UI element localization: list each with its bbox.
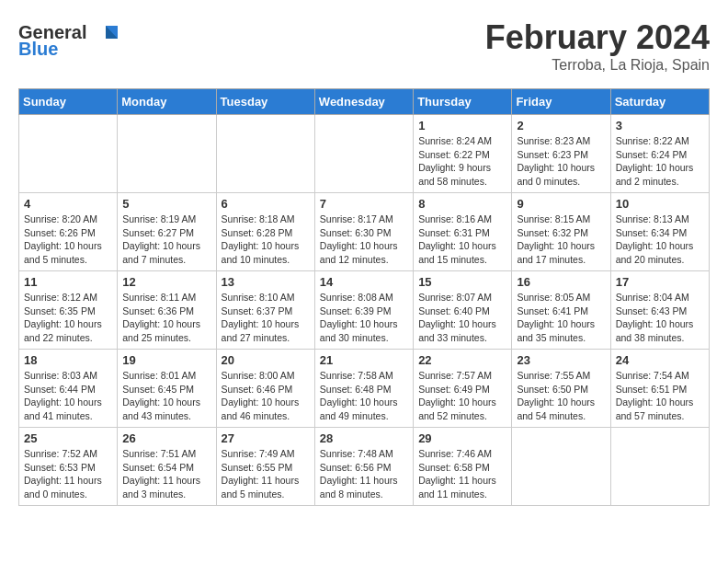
- day-number: 19: [122, 353, 210, 367]
- day-number: 29: [418, 431, 506, 445]
- day-number: 23: [517, 353, 605, 367]
- day-info: Sunrise: 7:58 AMSunset: 6:48 PMDaylight:…: [320, 369, 408, 423]
- day-header-thursday: Thursday: [414, 89, 512, 115]
- calendar-week-row: 25Sunrise: 7:52 AMSunset: 6:53 PMDayligh…: [19, 428, 710, 506]
- calendar-day-22: 22Sunrise: 7:57 AMSunset: 6:49 PMDayligh…: [414, 350, 512, 428]
- calendar-day-2: 2Sunrise: 8:23 AMSunset: 6:23 PMDaylight…: [512, 115, 610, 193]
- title-area: February 2024 Terroba, La Rioja, Spain: [485, 18, 710, 74]
- logo: General Blue: [18, 18, 119, 63]
- calendar-header-row: SundayMondayTuesdayWednesdayThursdayFrid…: [19, 89, 710, 115]
- day-info: Sunrise: 8:01 AMSunset: 6:45 PMDaylight:…: [122, 369, 210, 423]
- day-number: 14: [320, 275, 408, 289]
- day-number: 12: [122, 275, 210, 289]
- day-info: Sunrise: 7:46 AMSunset: 6:58 PMDaylight:…: [418, 447, 506, 501]
- calendar-day-10: 10Sunrise: 8:13 AMSunset: 6:34 PMDayligh…: [610, 193, 709, 271]
- calendar-day-7: 7Sunrise: 8:17 AMSunset: 6:30 PMDaylight…: [314, 193, 413, 271]
- day-number: 2: [517, 119, 605, 132]
- calendar-day-11: 11Sunrise: 8:12 AMSunset: 6:35 PMDayligh…: [19, 271, 118, 350]
- calendar-empty-cell: [610, 428, 709, 506]
- calendar-empty-cell: [216, 115, 314, 193]
- calendar-day-28: 28Sunrise: 7:48 AMSunset: 6:56 PMDayligh…: [314, 428, 413, 506]
- calendar-week-row: 1Sunrise: 8:24 AMSunset: 6:22 PMDaylight…: [19, 115, 710, 193]
- day-info: Sunrise: 8:20 AMSunset: 6:26 PMDaylight:…: [24, 213, 112, 267]
- calendar-empty-cell: [314, 115, 413, 193]
- svg-text:Blue: Blue: [18, 39, 58, 59]
- day-number: 6: [222, 197, 310, 211]
- day-info: Sunrise: 8:16 AMSunset: 6:31 PMDaylight:…: [418, 213, 506, 267]
- page-subtitle: Terroba, La Rioja, Spain: [485, 57, 710, 74]
- day-info: Sunrise: 7:55 AMSunset: 6:50 PMDaylight:…: [517, 369, 605, 423]
- day-number: 11: [24, 275, 112, 289]
- day-info: Sunrise: 8:11 AMSunset: 6:36 PMDaylight:…: [122, 291, 210, 345]
- calendar-day-21: 21Sunrise: 7:58 AMSunset: 6:48 PMDayligh…: [314, 350, 413, 428]
- day-info: Sunrise: 8:23 AMSunset: 6:23 PMDaylight:…: [517, 134, 605, 189]
- calendar-empty-cell: [19, 115, 118, 193]
- day-number: 5: [122, 197, 210, 211]
- calendar-day-25: 25Sunrise: 7:52 AMSunset: 6:53 PMDayligh…: [19, 428, 118, 506]
- day-number: 9: [517, 197, 605, 211]
- day-header-tuesday: Tuesday: [216, 89, 314, 115]
- calendar-day-23: 23Sunrise: 7:55 AMSunset: 6:50 PMDayligh…: [512, 350, 610, 428]
- day-number: 3: [616, 119, 704, 132]
- page-title: February 2024: [485, 18, 710, 57]
- calendar-week-row: 4Sunrise: 8:20 AMSunset: 6:26 PMDaylight…: [19, 193, 710, 271]
- calendar-day-27: 27Sunrise: 7:49 AMSunset: 6:55 PMDayligh…: [216, 428, 314, 506]
- calendar-day-12: 12Sunrise: 8:11 AMSunset: 6:36 PMDayligh…: [118, 271, 216, 350]
- day-info: Sunrise: 8:10 AMSunset: 6:37 PMDaylight:…: [222, 291, 310, 345]
- day-info: Sunrise: 8:13 AMSunset: 6:34 PMDaylight:…: [616, 213, 704, 267]
- day-number: 8: [418, 197, 506, 211]
- calendar-day-29: 29Sunrise: 7:46 AMSunset: 6:58 PMDayligh…: [414, 428, 512, 506]
- day-info: Sunrise: 8:22 AMSunset: 6:24 PMDaylight:…: [616, 134, 704, 189]
- calendar-empty-cell: [118, 115, 216, 193]
- day-header-saturday: Saturday: [610, 89, 709, 115]
- day-info: Sunrise: 7:51 AMSunset: 6:54 PMDaylight:…: [122, 447, 210, 501]
- day-info: Sunrise: 8:00 AMSunset: 6:46 PMDaylight:…: [222, 369, 310, 423]
- day-number: 1: [418, 119, 506, 132]
- day-header-sunday: Sunday: [19, 89, 118, 115]
- day-info: Sunrise: 8:17 AMSunset: 6:30 PMDaylight:…: [320, 213, 408, 267]
- day-info: Sunrise: 7:57 AMSunset: 6:49 PMDaylight:…: [418, 369, 506, 423]
- calendar-day-13: 13Sunrise: 8:10 AMSunset: 6:37 PMDayligh…: [216, 271, 314, 350]
- day-header-monday: Monday: [118, 89, 216, 115]
- calendar-day-6: 6Sunrise: 8:18 AMSunset: 6:28 PMDaylight…: [216, 193, 314, 271]
- calendar-day-20: 20Sunrise: 8:00 AMSunset: 6:46 PMDayligh…: [216, 350, 314, 428]
- day-info: Sunrise: 8:03 AMSunset: 6:44 PMDaylight:…: [24, 369, 112, 423]
- calendar-day-9: 9Sunrise: 8:15 AMSunset: 6:32 PMDaylight…: [512, 193, 610, 271]
- day-number: 10: [616, 197, 704, 211]
- day-number: 7: [320, 197, 408, 211]
- day-info: Sunrise: 8:12 AMSunset: 6:35 PMDaylight:…: [24, 291, 112, 345]
- calendar-day-14: 14Sunrise: 8:08 AMSunset: 6:39 PMDayligh…: [314, 271, 413, 350]
- day-number: 28: [320, 431, 408, 445]
- day-info: Sunrise: 8:08 AMSunset: 6:39 PMDaylight:…: [320, 291, 408, 345]
- day-number: 21: [320, 353, 408, 367]
- day-number: 22: [418, 353, 506, 367]
- header: General Blue February 2024 Terroba, La R…: [18, 18, 710, 74]
- day-header-wednesday: Wednesday: [314, 89, 413, 115]
- day-number: 26: [122, 431, 210, 445]
- calendar-day-5: 5Sunrise: 8:19 AMSunset: 6:27 PMDaylight…: [118, 193, 216, 271]
- day-info: Sunrise: 8:05 AMSunset: 6:41 PMDaylight:…: [517, 291, 605, 345]
- day-info: Sunrise: 8:04 AMSunset: 6:43 PMDaylight:…: [616, 291, 704, 345]
- calendar-empty-cell: [512, 428, 610, 506]
- day-number: 18: [24, 353, 112, 367]
- calendar-day-8: 8Sunrise: 8:16 AMSunset: 6:31 PMDaylight…: [414, 193, 512, 271]
- day-number: 13: [222, 275, 310, 289]
- calendar-day-15: 15Sunrise: 8:07 AMSunset: 6:40 PMDayligh…: [414, 271, 512, 350]
- calendar-day-18: 18Sunrise: 8:03 AMSunset: 6:44 PMDayligh…: [19, 350, 118, 428]
- day-info: Sunrise: 8:07 AMSunset: 6:40 PMDaylight:…: [418, 291, 506, 345]
- day-number: 27: [222, 431, 310, 445]
- calendar-week-row: 11Sunrise: 8:12 AMSunset: 6:35 PMDayligh…: [19, 271, 710, 350]
- calendar-day-3: 3Sunrise: 8:22 AMSunset: 6:24 PMDaylight…: [610, 115, 709, 193]
- logo-text: General Blue: [18, 18, 119, 63]
- calendar-day-4: 4Sunrise: 8:20 AMSunset: 6:26 PMDaylight…: [19, 193, 118, 271]
- day-number: 24: [616, 353, 704, 367]
- calendar-day-19: 19Sunrise: 8:01 AMSunset: 6:45 PMDayligh…: [118, 350, 216, 428]
- day-info: Sunrise: 8:18 AMSunset: 6:28 PMDaylight:…: [222, 213, 310, 267]
- day-number: 16: [517, 275, 605, 289]
- day-info: Sunrise: 7:48 AMSunset: 6:56 PMDaylight:…: [320, 447, 408, 501]
- day-number: 20: [222, 353, 310, 367]
- calendar-day-26: 26Sunrise: 7:51 AMSunset: 6:54 PMDayligh…: [118, 428, 216, 506]
- day-info: Sunrise: 8:19 AMSunset: 6:27 PMDaylight:…: [122, 213, 210, 267]
- day-number: 17: [616, 275, 704, 289]
- day-header-friday: Friday: [512, 89, 610, 115]
